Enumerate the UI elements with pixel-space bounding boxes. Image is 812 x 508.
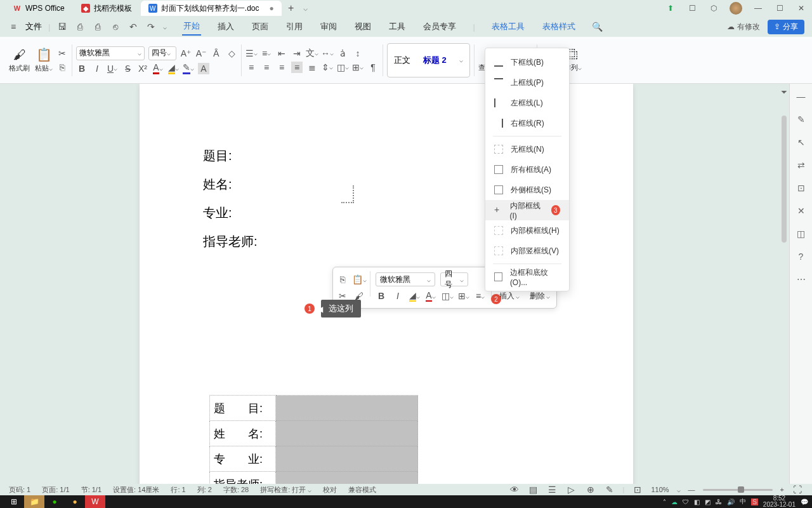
more-sidebar-icon[interactable]: ⋯ [795, 273, 808, 286]
style-heading2[interactable]: 标题 2 [423, 55, 447, 66]
view-ink-icon[interactable]: ✎ [604, 484, 615, 495]
close-button[interactable]: ✕ [796, 3, 807, 14]
border-icon[interactable]: ⊞⌵ [352, 62, 363, 73]
char-scale-icon[interactable]: ↔⌵ [322, 48, 333, 59]
copy-icon[interactable]: ⎘ [56, 62, 68, 73]
zoom-out-button[interactable]: — [688, 486, 695, 493]
zoom-in-button[interactable]: + [780, 486, 784, 493]
view-page-icon[interactable]: ▤ [528, 484, 539, 495]
tools-sidebar-icon[interactable]: ✕ [795, 204, 808, 217]
border-inside-v-item[interactable]: 内部竖框线(V) [485, 241, 569, 261]
phonetic-icon[interactable]: ȧ [337, 48, 348, 59]
status-col[interactable]: 列: 2 [197, 485, 212, 495]
minimize-button[interactable]: — [752, 3, 764, 14]
italic-icon[interactable]: I [91, 63, 103, 74]
border-right-item[interactable]: 右框线(R) [485, 113, 569, 133]
cut-icon[interactable]: ✂ [56, 48, 68, 59]
ocr-sidebar-icon[interactable]: ⊡ [795, 182, 808, 194]
shrink-font-icon[interactable]: A⁻ [195, 48, 207, 59]
cube-icon[interactable]: ⬡ [708, 3, 719, 14]
number-list-icon[interactable]: ≡⌵ [261, 48, 272, 59]
change-case-icon[interactable]: Ȃ [211, 48, 222, 59]
export-icon[interactable]: ⎙ [74, 21, 86, 32]
tab-dropdown[interactable]: ⌵ [303, 4, 308, 13]
underline-icon[interactable]: U⌵ [107, 63, 118, 74]
status-page[interactable]: 页面: 1/1 [42, 485, 69, 495]
paste-button[interactable]: 📋 粘贴⌵ [35, 47, 53, 73]
mini-align-icon[interactable]: ≡⌵ [475, 290, 486, 302]
text-fill-icon[interactable]: ✎⌵ [183, 63, 194, 74]
file-menu[interactable]: 文件 [25, 21, 42, 32]
menu-table-tools[interactable]: 表格工具 [490, 18, 526, 35]
highlight-icon[interactable]: ◢⌵ [167, 63, 179, 74]
menu-table-style[interactable]: 表格样式 [541, 18, 577, 35]
menu-hamburger-icon[interactable]: ≡ [8, 21, 19, 32]
border-none-item[interactable]: 无框线(N) [485, 139, 569, 159]
tab-templates[interactable]: ◆ 找稻壳模板 [74, 1, 140, 16]
border-top-item[interactable]: 上框线(P) [485, 72, 569, 93]
task-explorer[interactable]: 📁 [24, 495, 44, 508]
status-compat[interactable]: 兼容模式 [348, 485, 376, 495]
panel-icon[interactable]: ☐ [686, 3, 698, 14]
avatar[interactable] [730, 2, 742, 15]
mini-font-select[interactable]: 微软雅黑⌵ [376, 272, 435, 286]
border-shading-item[interactable]: 边框和底纹(O)... [485, 267, 569, 287]
print-preview-icon[interactable]: ⎋ [110, 21, 121, 32]
status-setting[interactable]: 设置值: 14厘米 [113, 485, 159, 495]
paragraph-mark-icon[interactable]: ¶ [367, 62, 379, 73]
menu-tools[interactable]: 工具 [388, 18, 407, 35]
bookmark-sidebar-icon[interactable]: ◫ [795, 227, 808, 240]
has-changes-indicator[interactable]: ☁有修改 [727, 22, 760, 32]
menu-reference[interactable]: 引用 [285, 18, 304, 35]
redo-icon[interactable]: ↷ [145, 21, 157, 32]
mini-italic-icon[interactable]: I [392, 290, 403, 302]
align-right-icon[interactable]: ≡ [276, 62, 287, 73]
align-left-icon[interactable]: ≡ [246, 62, 257, 73]
menu-review[interactable]: 审阅 [319, 18, 338, 35]
font-color-icon[interactable]: A⌵ [152, 63, 164, 74]
help-sidebar-icon[interactable]: ? [795, 250, 808, 263]
align-center-icon[interactable]: ≡ [261, 62, 272, 73]
bold-icon[interactable]: B [76, 63, 88, 74]
convert-sidebar-icon[interactable]: ⇄ [795, 159, 808, 171]
add-tab-button[interactable]: + [283, 0, 299, 17]
mini-delete-button[interactable]: 删除⌵ [527, 291, 553, 302]
undo-icon[interactable]: ↶ [128, 21, 139, 32]
tray-sogou-icon[interactable]: S [751, 498, 758, 505]
minus-sidebar-icon[interactable]: — [795, 90, 808, 103]
pen-sidebar-icon[interactable]: ✎ [795, 113, 808, 126]
decrease-indent-icon[interactable]: ⇤ [276, 48, 287, 59]
status-spell[interactable]: 拼写检查: 打开 ⌵ [260, 485, 311, 495]
border-left-item[interactable]: 左框线(L) [485, 93, 569, 113]
task-app1[interactable]: ● [65, 495, 85, 508]
tray-up-icon[interactable]: ˄ [663, 498, 666, 505]
share-button[interactable]: ⇪分享 [768, 20, 804, 34]
status-line[interactable]: 行: 1 [171, 485, 185, 495]
print-icon[interactable]: ⎙ [92, 21, 103, 32]
task-wechat[interactable]: ● [44, 495, 65, 508]
app-tab-wps[interactable]: W WPS Office [5, 1, 72, 16]
superscript-icon[interactable]: X² [137, 63, 148, 74]
border-all-item[interactable]: 所有框线(A) [485, 159, 569, 180]
mini-size-select[interactable]: 四号⌵ [440, 272, 468, 286]
border-outside-item[interactable]: 外侧框线(S) [485, 180, 569, 200]
grow-font-icon[interactable]: A⁺ [180, 48, 192, 59]
distribute-icon[interactable]: ≣ [306, 62, 318, 73]
tray-app-icon[interactable]: ◧ [694, 498, 700, 505]
view-web-icon[interactable]: ⊕ [585, 484, 596, 495]
status-proofread[interactable]: 校对 [323, 485, 337, 495]
mini-highlight-icon[interactable]: ◢⌵ [409, 290, 420, 302]
menu-view[interactable]: 视图 [353, 18, 372, 35]
style-expand-icon[interactable]: ⌵ [459, 57, 463, 64]
status-page-no[interactable]: 页码: 1 [9, 485, 30, 495]
mini-border-icon[interactable]: ⊞⌵ [458, 290, 469, 302]
font-name-select[interactable]: 微软雅黑⌵ [76, 46, 145, 60]
tray-date[interactable]: 2023-12-01 [763, 502, 796, 508]
menu-insert[interactable]: 插入 [216, 18, 235, 35]
style-body[interactable]: 正文 [394, 55, 410, 66]
maximize-button[interactable]: ☐ [774, 3, 785, 14]
collapse-ruler-icon[interactable]: ⏷ [780, 88, 788, 97]
border-bottom-item[interactable]: 下框线(B) [485, 52, 569, 72]
border-inside-h-item[interactable]: 内部横框线(H) [485, 220, 569, 241]
sort-icon[interactable]: ↕ [352, 48, 363, 59]
